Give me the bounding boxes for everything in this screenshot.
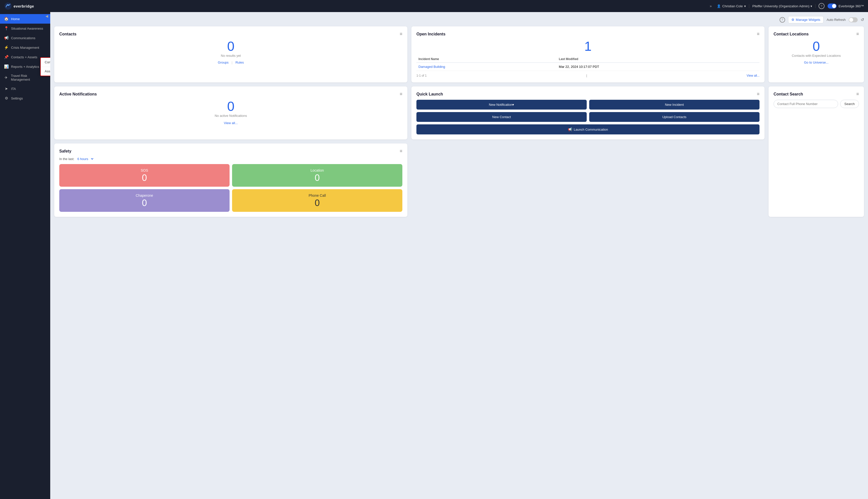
new-notification-button[interactable]: New Notification▾ bbox=[417, 100, 587, 110]
sidebar-item-situational-awareness[interactable]: 📍 Situational Awareness bbox=[0, 24, 50, 33]
app-body: ◀ 🏠 Home 📍 Situational Awareness 📢 Commu… bbox=[0, 12, 868, 499]
sidebar-item-communications[interactable]: 📢 Communications bbox=[0, 33, 50, 43]
safety-card-sos: SOS 0 bbox=[59, 164, 230, 187]
table-row: Damaged Building Mar 22, 2024 10:17:07 P… bbox=[417, 63, 759, 71]
widget-grid: Contacts ≡ 0 No results yet Groups | Rul… bbox=[54, 26, 864, 217]
submenu-contacts[interactable]: Contacts bbox=[41, 58, 50, 67]
safety-card-phone-call: Phone Call 0 bbox=[232, 189, 402, 212]
gear-icon: ⚙ bbox=[791, 18, 794, 22]
new-contact-button[interactable]: New Contact bbox=[417, 112, 587, 122]
user-icon: 👤 bbox=[717, 4, 721, 8]
quick-launch-header: Quick Launch ≡ bbox=[417, 92, 759, 97]
incident-modified: Mar 22, 2024 10:17:07 PDT bbox=[557, 63, 759, 71]
main-toolbar: ? ⚙ Manage Widgets Auto Refresh ↺ bbox=[54, 16, 864, 23]
incidents-widget-header: Open Incidents ≡ bbox=[417, 32, 759, 37]
sos-count: 0 bbox=[142, 173, 147, 182]
new-incident-button[interactable]: New Incident bbox=[589, 100, 759, 110]
user-menu[interactable]: 👤 Christian Cole ▾ bbox=[717, 4, 746, 8]
safety-widget: Safety ≡ In the last: 6 hours 1 hour 12 … bbox=[54, 144, 407, 217]
contacts-widget-menu[interactable]: ≡ bbox=[400, 32, 402, 37]
incident-name-link[interactable]: Damaged Building bbox=[419, 65, 445, 69]
submenu-assets[interactable]: Assets bbox=[41, 67, 50, 76]
incidents-count: 1 bbox=[417, 40, 759, 53]
sidebar: ◀ 🏠 Home 📍 Situational Awareness 📢 Commu… bbox=[0, 12, 50, 499]
contact-search-button[interactable]: Search bbox=[840, 100, 859, 108]
org-dropdown-icon: ▾ bbox=[810, 4, 812, 8]
svg-point-0 bbox=[4, 2, 12, 10]
quick-launch-grid: New Notification▾ New Incident New Conta… bbox=[417, 100, 759, 134]
contact-search-title: Contact Search bbox=[773, 92, 803, 97]
incidents-col-name: Incident Name bbox=[417, 56, 557, 63]
sos-label: SOS bbox=[141, 168, 148, 172]
help-button[interactable]: ? bbox=[819, 3, 824, 9]
contacts-widget-header: Contacts ≡ bbox=[59, 32, 402, 37]
svg-point-1 bbox=[7, 4, 9, 6]
expand-nav-button[interactable]: » bbox=[708, 3, 714, 9]
launch-communication-button[interactable]: 📢 Launch Communication bbox=[417, 124, 759, 134]
home-icon: 🏠 bbox=[4, 16, 9, 21]
safety-grid: SOS 0 Location 0 Chaperone 0 Phone Call … bbox=[59, 164, 402, 212]
logo[interactable]: everbridge bbox=[4, 2, 34, 10]
notifications-count: 0 bbox=[59, 100, 402, 113]
safety-card-location: Location 0 bbox=[232, 164, 402, 187]
sidebar-item-settings[interactable]: ⚙ Settings bbox=[0, 94, 50, 103]
contacts-links: Groups | Rules bbox=[59, 61, 402, 64]
safety-time-filter[interactable]: 6 hours 1 hour 12 hours 24 hours 7 days bbox=[76, 157, 94, 161]
auto-refresh-toggle[interactable] bbox=[849, 17, 858, 22]
contact-search-header: Contact Search ≡ bbox=[773, 92, 859, 97]
contacts-assets-submenu: Contacts Assets bbox=[40, 57, 50, 76]
notifications-widget: Active Notifications ≡ 0 No active Notif… bbox=[54, 86, 407, 139]
incidents-view-all-link[interactable]: View all... bbox=[747, 74, 759, 77]
incidents-widget: Open Incidents ≡ 1 Incident Name Last Mo… bbox=[411, 26, 765, 82]
ita-icon: ➤ bbox=[4, 86, 9, 91]
sidebar-collapse-button[interactable]: ◀ bbox=[44, 12, 50, 20]
links-divider: | bbox=[232, 61, 232, 64]
contacts-rules-link[interactable]: Rules bbox=[235, 61, 244, 64]
incidents-widget-menu[interactable]: ≡ bbox=[757, 32, 759, 37]
contact-locations-count: 0 bbox=[773, 40, 859, 53]
refresh-button[interactable]: ↺ bbox=[861, 17, 864, 22]
manage-widgets-button[interactable]: ⚙ Manage Widgets bbox=[788, 16, 824, 23]
location-label: Location bbox=[311, 168, 324, 172]
reports-analytics-icon: 📊 bbox=[4, 64, 9, 69]
contacts-groups-link[interactable]: Groups bbox=[218, 61, 228, 64]
contact-locations-widget: Contact Locations ≡ 0 Contacts with Expe… bbox=[769, 26, 864, 82]
safety-title: Safety bbox=[59, 149, 71, 154]
sidebar-item-crisis-management[interactable]: ⚡ Crisis Management bbox=[0, 43, 50, 52]
help-icon[interactable]: ? bbox=[780, 17, 785, 23]
contacts-subtitle: No results yet bbox=[59, 54, 402, 58]
incidents-separator: | bbox=[586, 74, 587, 77]
situational-awareness-icon: 📍 bbox=[4, 26, 9, 31]
contact-search-menu[interactable]: ≡ bbox=[856, 92, 859, 97]
megaphone-icon: 📢 bbox=[568, 127, 572, 131]
contact-locations-menu[interactable]: ≡ bbox=[856, 32, 859, 37]
quick-launch-menu[interactable]: ≡ bbox=[757, 92, 759, 97]
chaperone-count: 0 bbox=[142, 198, 147, 208]
incidents-pagination: 1-1 of 1 bbox=[417, 74, 427, 77]
contact-search-input[interactable] bbox=[773, 100, 838, 108]
safety-menu[interactable]: ≡ bbox=[400, 148, 402, 154]
product-toggle-switch[interactable] bbox=[828, 3, 836, 9]
main-content: ? ⚙ Manage Widgets Auto Refresh ↺ Contac… bbox=[50, 12, 868, 499]
product-toggle: Everbridge 360™ bbox=[828, 3, 864, 9]
contacts-assets-icon: 📌 bbox=[4, 55, 9, 59]
contact-search-widget: Contact Search ≡ Search bbox=[769, 86, 864, 217]
communications-icon: 📢 bbox=[4, 36, 9, 40]
contact-locations-go-link[interactable]: Go to Universe... bbox=[773, 61, 859, 64]
notifications-menu[interactable]: ≡ bbox=[400, 92, 402, 97]
settings-icon: ⚙ bbox=[4, 96, 9, 100]
sidebar-item-home[interactable]: 🏠 Home bbox=[0, 14, 50, 24]
travel-risk-icon: ✈ bbox=[4, 75, 9, 80]
contacts-widget: Contacts ≡ 0 No results yet Groups | Rul… bbox=[54, 26, 407, 82]
crisis-management-icon: ⚡ bbox=[4, 45, 9, 50]
quick-launch-title: Quick Launch bbox=[417, 92, 443, 97]
contacts-widget-title: Contacts bbox=[59, 32, 76, 36]
org-menu[interactable]: Pfeiffer University (Organization Admin)… bbox=[749, 4, 815, 8]
notifications-subtitle: No active Notifications bbox=[59, 114, 402, 118]
notifications-view-all-link[interactable]: View all... bbox=[224, 121, 238, 125]
quick-launch-widget: Quick Launch ≡ New Notification▾ New Inc… bbox=[411, 86, 765, 139]
sidebar-item-ita[interactable]: ➤ ITA bbox=[0, 84, 50, 94]
safety-filter: In the last: 6 hours 1 hour 12 hours 24 … bbox=[59, 157, 402, 161]
upload-contacts-button[interactable]: Upload Contacts bbox=[589, 112, 759, 122]
notifications-title: Active Notifications bbox=[59, 92, 97, 97]
